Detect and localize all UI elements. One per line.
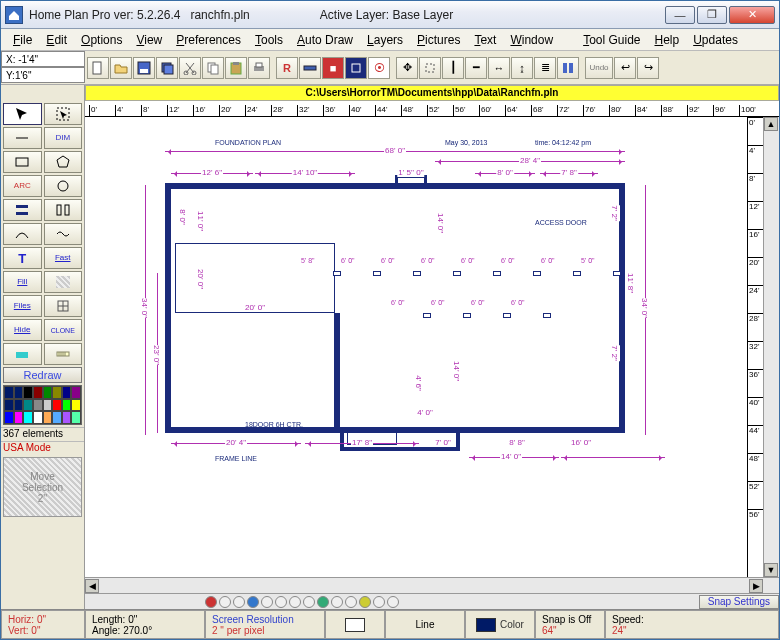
scroll-right-icon[interactable]: ▶ [749, 579, 763, 593]
files-tool[interactable]: Files [3, 295, 42, 317]
snap-dot[interactable] [303, 596, 315, 608]
close-button[interactable]: ✕ [729, 6, 775, 24]
pier-dim: 6' 0" [391, 299, 405, 306]
circle-tool[interactable] [44, 175, 83, 197]
snap-dot[interactable] [373, 596, 385, 608]
redo-icon[interactable]: ↩ [614, 57, 636, 79]
speed-value: 24" [612, 625, 772, 636]
open-file-icon[interactable] [110, 57, 132, 79]
dimension-tool[interactable]: DIM [44, 127, 83, 149]
grid-icon[interactable] [345, 57, 367, 79]
dim-overall-width: 68' 0" [384, 146, 406, 155]
menu-edit[interactable]: Edit [40, 31, 73, 49]
align-icon[interactable]: ≣ [534, 57, 556, 79]
minimize-button[interactable]: — [665, 6, 695, 24]
pier-dim: 5' 0" [581, 257, 595, 264]
color-tool[interactable] [3, 343, 42, 365]
menu-updates[interactable]: Updates [687, 31, 744, 49]
snap-dot[interactable] [275, 596, 287, 608]
paste-icon[interactable] [225, 57, 247, 79]
pointer-tool[interactable] [3, 103, 42, 125]
snap-dot[interactable] [331, 596, 343, 608]
pan-icon[interactable]: ✥ [396, 57, 418, 79]
ruler-tool[interactable] [44, 343, 83, 365]
menu-tool-guide[interactable]: Tool Guide [577, 31, 646, 49]
zoom-in-icon[interactable]: ⦿ [368, 57, 390, 79]
hflip-icon[interactable]: ↔ [488, 57, 510, 79]
polygon-tool[interactable] [44, 151, 83, 173]
hatch-tool[interactable] [44, 271, 83, 293]
rect-tool[interactable] [3, 151, 42, 173]
undo-button[interactable]: Undo [585, 57, 613, 79]
save-all-icon[interactable] [156, 57, 178, 79]
snap-dot[interactable] [359, 596, 371, 608]
pier-post [373, 271, 381, 276]
horizontal-scrollbar[interactable]: ◀ ▶ [85, 577, 779, 593]
snap-dot[interactable] [345, 596, 357, 608]
pier-post [423, 313, 431, 318]
fast-text-tool[interactable]: Fast [44, 247, 83, 269]
arc-tool[interactable]: ARC [3, 175, 42, 197]
snap-dot[interactable] [233, 596, 245, 608]
symbol-tool[interactable] [44, 295, 83, 317]
snap-dot[interactable] [219, 596, 231, 608]
menu-help[interactable]: Help [649, 31, 686, 49]
dim-left-h5: 20' 0" [195, 269, 206, 289]
snap-dot[interactable] [317, 596, 329, 608]
curve-tool[interactable] [3, 223, 42, 245]
bg-color-swatch[interactable] [345, 618, 365, 632]
search-replace-icon[interactable]: R [276, 57, 298, 79]
scroll-up-icon[interactable]: ▲ [764, 117, 778, 131]
print-icon[interactable] [248, 57, 270, 79]
menu-preferences[interactable]: Preferences [170, 31, 247, 49]
copy-icon[interactable] [202, 57, 224, 79]
hline-icon[interactable]: ┃ [442, 57, 464, 79]
redo2-icon[interactable]: ↪ [637, 57, 659, 79]
snap-dot[interactable] [387, 596, 399, 608]
snap-dot[interactable] [261, 596, 273, 608]
vline-icon[interactable]: ━ [465, 57, 487, 79]
vertical-scrollbar[interactable]: ▲ ▼ [763, 117, 779, 577]
clone-tool[interactable]: CLONE [44, 319, 83, 341]
text-tool[interactable]: T [3, 247, 42, 269]
menu-view[interactable]: View [130, 31, 168, 49]
scroll-left-icon[interactable]: ◀ [85, 579, 99, 593]
snap-settings-button[interactable]: Snap Settings [699, 595, 779, 609]
save-icon[interactable] [133, 57, 155, 79]
color-swatches[interactable] [3, 385, 82, 425]
line-color-swatch[interactable] [476, 618, 496, 632]
select-area-tool[interactable] [44, 103, 83, 125]
status-length: Length: 0" [92, 614, 198, 625]
pier-post [453, 271, 461, 276]
line-tool[interactable] [3, 127, 42, 149]
crop-icon[interactable] [419, 57, 441, 79]
layer-toggle-icon[interactable] [557, 57, 579, 79]
maximize-button[interactable]: ❐ [697, 6, 727, 24]
dim-bot-5: 14' 0" [500, 452, 522, 461]
pier-post [463, 313, 471, 318]
vflip-icon[interactable]: ↨ [511, 57, 533, 79]
door-tool[interactable] [44, 199, 83, 221]
measure-icon[interactable] [299, 57, 321, 79]
drawing-canvas[interactable]: FOUNDATION PLAN May 30, 2013 time: 04:12… [85, 117, 747, 577]
hide-tool[interactable]: Hide [3, 319, 42, 341]
menu-options[interactable]: Options [75, 31, 128, 49]
menu-text[interactable]: Text [468, 31, 502, 49]
menu-layers[interactable]: Layers [361, 31, 409, 49]
wall-tool[interactable] [3, 199, 42, 221]
cut-icon[interactable] [179, 57, 201, 79]
snap-mode-dot[interactable] [205, 596, 217, 608]
wave-tool[interactable] [44, 223, 83, 245]
menu-pictures[interactable]: Pictures [411, 31, 466, 49]
scroll-down-icon[interactable]: ▼ [764, 563, 778, 577]
redraw-button[interactable]: Redraw [3, 367, 82, 383]
stop-icon[interactable]: ■ [322, 57, 344, 79]
menu-file[interactable]: File [7, 31, 38, 49]
menu-window[interactable]: Window [504, 31, 559, 49]
menu-auto-draw[interactable]: Auto Draw [291, 31, 359, 49]
snap-dot[interactable] [289, 596, 301, 608]
new-file-icon[interactable] [87, 57, 109, 79]
fill-tool[interactable]: Fill [3, 271, 42, 293]
snap-dot[interactable] [247, 596, 259, 608]
menu-tools[interactable]: Tools [249, 31, 289, 49]
